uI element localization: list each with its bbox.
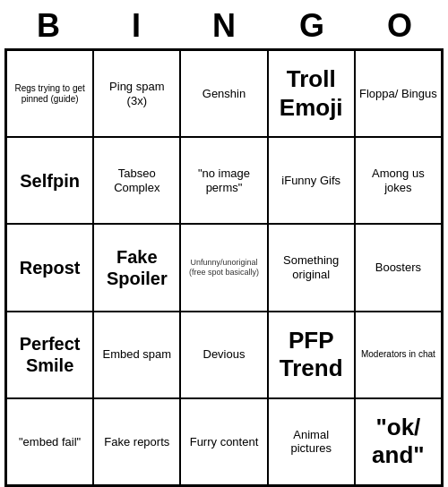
- bingo-cell: Ping spam (3x): [93, 50, 180, 137]
- bingo-cell: "no image perms": [180, 137, 267, 224]
- bingo-cell: Perfect Smile: [6, 312, 93, 398]
- bingo-cell: PFP Trend: [268, 312, 355, 398]
- bingo-cell: Fake Spoiler: [93, 224, 180, 311]
- bingo-cell: iFunny Gifs: [268, 137, 355, 224]
- bingo-cell: Animal pictures: [268, 398, 355, 485]
- bingo-letter: G: [271, 7, 352, 45]
- bingo-cell: Moderators in chat: [355, 312, 442, 398]
- bingo-cell: Selfpin: [6, 137, 93, 224]
- bingo-cell: Repost: [6, 224, 93, 311]
- bingo-letter: N: [184, 7, 264, 45]
- bingo-cell: "embed fail": [6, 398, 93, 485]
- bingo-cell: Fake reports: [93, 398, 180, 485]
- bingo-cell: Troll Emoji: [268, 50, 355, 137]
- bingo-letter: O: [359, 7, 440, 45]
- bingo-cell: Embed spam: [93, 312, 180, 398]
- bingo-cell: Regs trying to get pinned (guide): [6, 50, 93, 137]
- bingo-grid: Regs trying to get pinned (guide)Ping sp…: [4, 48, 444, 487]
- bingo-cell: Something original: [268, 224, 355, 311]
- bingo-letter: I: [96, 7, 177, 45]
- bingo-cell: Floppa/ Bingus: [355, 50, 442, 137]
- bingo-header: BINGO: [4, 0, 444, 48]
- bingo-cell: Tabseo Complex: [93, 137, 180, 224]
- bingo-cell: Furry content: [180, 398, 267, 485]
- bingo-cell: "ok/ and": [355, 398, 442, 485]
- bingo-cell: Unfunny/unoriginal (free spot basically): [180, 224, 267, 311]
- bingo-cell: Among us jokes: [355, 137, 442, 224]
- bingo-cell: Devious: [180, 312, 267, 398]
- bingo-cell: Genshin: [180, 50, 267, 137]
- bingo-letter: B: [8, 7, 89, 45]
- bingo-cell: Boosters: [355, 224, 442, 311]
